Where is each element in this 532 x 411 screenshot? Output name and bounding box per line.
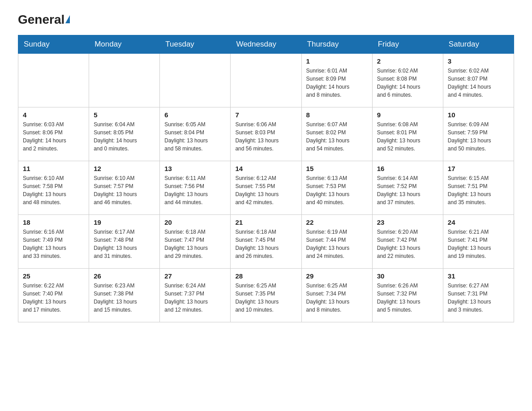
day-info: Sunrise: 6:20 AMSunset: 7:42 PMDaylight:… [377,228,438,260]
calendar-cell: 25Sunrise: 6:22 AMSunset: 7:40 PMDayligh… [18,269,89,322]
weekday-header-saturday: Saturday [443,35,514,54]
day-info: Sunrise: 6:03 AMSunset: 8:06 PMDaylight:… [23,120,84,153]
day-info: Sunrise: 6:25 AMSunset: 7:35 PMDaylight:… [235,282,296,314]
calendar-cell: 18Sunrise: 6:16 AMSunset: 7:49 PMDayligh… [18,215,89,269]
day-number: 29 [306,272,368,280]
day-info: Sunrise: 6:12 AMSunset: 7:55 PMDaylight:… [235,174,296,206]
logo: General [18,13,70,26]
weekday-header-monday: Monday [89,35,160,54]
weekday-header-thursday: Thursday [301,35,372,54]
day-info: Sunrise: 6:26 AMSunset: 7:32 PMDaylight:… [377,282,438,314]
page-header: General [18,13,514,26]
calendar-cell: 10Sunrise: 6:09 AMSunset: 7:59 PMDayligh… [443,107,514,161]
calendar-cell: 27Sunrise: 6:24 AMSunset: 7:37 PMDayligh… [160,269,231,322]
day-number: 15 [306,165,368,172]
day-number: 7 [235,111,296,119]
calendar-cell: 24Sunrise: 6:21 AMSunset: 7:41 PMDayligh… [443,215,514,269]
day-number: 30 [377,272,438,280]
day-number: 22 [306,218,368,226]
day-info: Sunrise: 6:11 AMSunset: 7:56 PMDaylight:… [164,174,226,206]
weekday-header-row: SundayMondayTuesdayWednesdayThursdayFrid… [18,35,514,54]
calendar-cell [18,54,89,107]
weekday-header-sunday: Sunday [18,35,89,54]
day-info: Sunrise: 6:10 AMSunset: 7:58 PMDaylight:… [23,174,84,206]
day-info: Sunrise: 6:18 AMSunset: 7:47 PMDaylight:… [164,228,226,260]
calendar-cell: 9Sunrise: 6:08 AMSunset: 8:01 PMDaylight… [372,107,443,161]
day-number: 14 [235,165,296,172]
calendar-cell: 3Sunrise: 6:02 AMSunset: 8:07 PMDaylight… [443,54,514,107]
calendar-cell: 22Sunrise: 6:19 AMSunset: 7:44 PMDayligh… [301,215,372,269]
day-info: Sunrise: 6:01 AMSunset: 8:09 PMDaylight:… [306,67,368,99]
day-info: Sunrise: 6:27 AMSunset: 7:31 PMDaylight:… [448,282,509,314]
day-number: 9 [377,111,438,119]
day-info: Sunrise: 6:16 AMSunset: 7:49 PMDaylight:… [23,228,84,260]
day-number: 19 [94,218,155,226]
calendar-week-row: 25Sunrise: 6:22 AMSunset: 7:40 PMDayligh… [18,269,514,322]
calendar-cell: 28Sunrise: 6:25 AMSunset: 7:35 PMDayligh… [231,269,301,322]
day-number: 3 [448,57,509,65]
day-number: 17 [448,165,509,172]
calendar-cell: 1Sunrise: 6:01 AMSunset: 8:09 PMDaylight… [301,54,372,107]
day-info: Sunrise: 6:10 AMSunset: 7:57 PMDaylight:… [94,174,155,206]
day-info: Sunrise: 6:14 AMSunset: 7:52 PMDaylight:… [377,174,438,206]
calendar-cell: 12Sunrise: 6:10 AMSunset: 7:57 PMDayligh… [89,161,160,215]
calendar-cell: 13Sunrise: 6:11 AMSunset: 7:56 PMDayligh… [160,161,231,215]
calendar-body: 1Sunrise: 6:01 AMSunset: 8:09 PMDaylight… [18,54,514,322]
day-number: 12 [94,165,155,172]
day-info: Sunrise: 6:08 AMSunset: 8:01 PMDaylight:… [377,120,438,153]
day-number: 8 [306,111,368,119]
day-info: Sunrise: 6:02 AMSunset: 8:08 PMDaylight:… [377,67,438,99]
day-number: 24 [448,218,509,226]
day-info: Sunrise: 6:02 AMSunset: 8:07 PMDaylight:… [448,67,509,99]
day-number: 18 [23,218,84,226]
day-number: 4 [23,111,84,119]
day-info: Sunrise: 6:07 AMSunset: 8:02 PMDaylight:… [306,120,368,153]
day-info: Sunrise: 6:21 AMSunset: 7:41 PMDaylight:… [448,228,509,260]
day-info: Sunrise: 6:23 AMSunset: 7:38 PMDaylight:… [94,282,155,314]
day-info: Sunrise: 6:09 AMSunset: 7:59 PMDaylight:… [448,120,509,153]
day-info: Sunrise: 6:13 AMSunset: 7:53 PMDaylight:… [306,174,368,206]
calendar-cell: 31Sunrise: 6:27 AMSunset: 7:31 PMDayligh… [443,269,514,322]
calendar-cell [89,54,160,107]
day-number: 11 [23,165,84,172]
day-number: 28 [235,272,296,280]
day-number: 13 [164,165,226,172]
day-number: 31 [448,272,509,280]
logo-general-text: General [18,13,70,26]
calendar-cell [231,54,301,107]
calendar-cell: 19Sunrise: 6:17 AMSunset: 7:48 PMDayligh… [89,215,160,269]
calendar-cell: 30Sunrise: 6:26 AMSunset: 7:32 PMDayligh… [372,269,443,322]
day-info: Sunrise: 6:17 AMSunset: 7:48 PMDaylight:… [94,228,155,260]
day-info: Sunrise: 6:25 AMSunset: 7:34 PMDaylight:… [306,282,368,314]
day-number: 25 [23,272,84,280]
day-number: 2 [377,57,438,65]
calendar-week-row: 1Sunrise: 6:01 AMSunset: 8:09 PMDaylight… [18,54,514,107]
day-info: Sunrise: 6:05 AMSunset: 8:04 PMDaylight:… [164,120,226,153]
day-info: Sunrise: 6:04 AMSunset: 8:05 PMDaylight:… [94,120,155,153]
day-info: Sunrise: 6:18 AMSunset: 7:45 PMDaylight:… [235,228,296,260]
calendar-cell: 26Sunrise: 6:23 AMSunset: 7:38 PMDayligh… [89,269,160,322]
calendar-week-row: 4Sunrise: 6:03 AMSunset: 8:06 PMDaylight… [18,107,514,161]
weekday-header-tuesday: Tuesday [160,35,231,54]
day-number: 5 [94,111,155,119]
day-info: Sunrise: 6:06 AMSunset: 8:03 PMDaylight:… [235,120,296,153]
calendar-week-row: 18Sunrise: 6:16 AMSunset: 7:49 PMDayligh… [18,215,514,269]
calendar-cell: 14Sunrise: 6:12 AMSunset: 7:55 PMDayligh… [231,161,301,215]
calendar-cell: 5Sunrise: 6:04 AMSunset: 8:05 PMDaylight… [89,107,160,161]
day-info: Sunrise: 6:22 AMSunset: 7:40 PMDaylight:… [23,282,84,314]
day-number: 26 [94,272,155,280]
calendar-cell: 15Sunrise: 6:13 AMSunset: 7:53 PMDayligh… [301,161,372,215]
calendar-cell: 21Sunrise: 6:18 AMSunset: 7:45 PMDayligh… [231,215,301,269]
calendar-cell: 11Sunrise: 6:10 AMSunset: 7:58 PMDayligh… [18,161,89,215]
logo-triangle-icon [65,15,70,23]
calendar-cell: 29Sunrise: 6:25 AMSunset: 7:34 PMDayligh… [301,269,372,322]
calendar-week-row: 11Sunrise: 6:10 AMSunset: 7:58 PMDayligh… [18,161,514,215]
calendar-cell: 8Sunrise: 6:07 AMSunset: 8:02 PMDaylight… [301,107,372,161]
calendar-table: SundayMondayTuesdayWednesdayThursdayFrid… [18,35,514,322]
weekday-header-wednesday: Wednesday [231,35,301,54]
calendar-cell: 6Sunrise: 6:05 AMSunset: 8:04 PMDaylight… [160,107,231,161]
day-info: Sunrise: 6:15 AMSunset: 7:51 PMDaylight:… [448,174,509,206]
calendar-header: SundayMondayTuesdayWednesdayThursdayFrid… [18,35,514,54]
calendar-cell: 16Sunrise: 6:14 AMSunset: 7:52 PMDayligh… [372,161,443,215]
day-info: Sunrise: 6:19 AMSunset: 7:44 PMDaylight:… [306,228,368,260]
